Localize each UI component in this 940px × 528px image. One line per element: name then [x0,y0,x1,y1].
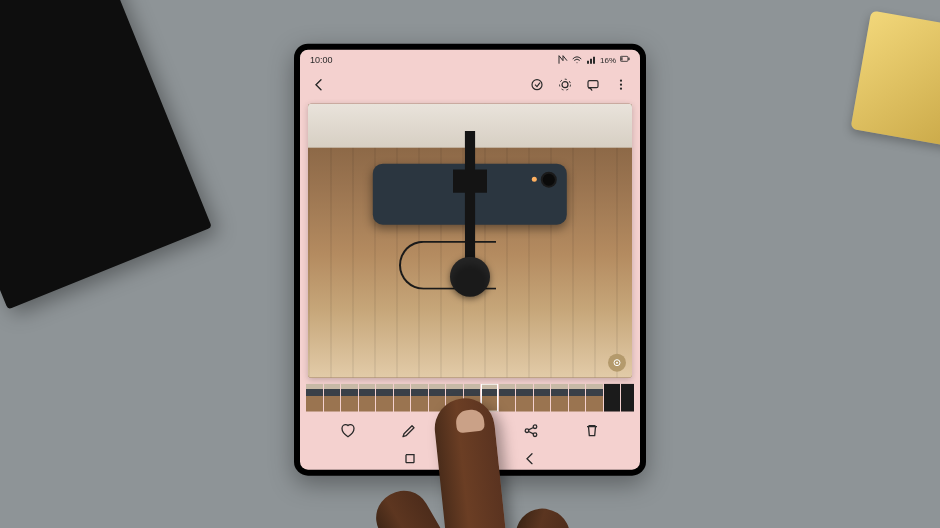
wifi-icon [572,55,582,65]
svg-point-14 [533,425,537,429]
share-button[interactable] [518,418,544,444]
delete-button[interactable] [579,418,605,444]
filmstrip-thumb[interactable] [604,384,621,412]
svg-point-11 [616,362,618,364]
svg-point-4 [562,82,568,88]
filmstrip-thumb[interactable] [464,384,481,412]
svg-point-8 [620,84,622,86]
remaster-icon[interactable] [526,74,548,96]
filmstrip-thumb[interactable] [341,384,358,412]
more-options-icon[interactable] [610,74,632,96]
details-button[interactable] [457,418,483,444]
action-bar [300,414,640,448]
filmstrip-thumb[interactable] [359,384,376,412]
filmstrip-thumb[interactable] [394,384,411,412]
svg-rect-6 [588,81,598,88]
svg-point-15 [533,433,537,437]
filmstrip-thumb[interactable] [324,384,341,412]
smart-view-icon[interactable] [582,74,604,96]
svg-point-16 [465,454,475,464]
svg-point-7 [620,80,622,82]
nfc-icon [558,55,568,65]
edit-button[interactable] [396,418,422,444]
photo-mic [450,257,490,297]
svg-point-5 [560,79,571,90]
svg-rect-1 [628,58,629,60]
filmstrip-thumb[interactable] [516,384,533,412]
tablet-device: 10:00 16% [294,44,646,476]
filmstrip-thumb[interactable] [376,384,393,412]
nav-recents-button[interactable] [402,451,418,467]
svg-rect-2 [621,57,622,60]
bixby-vision-icon[interactable] [554,74,576,96]
photo-viewport[interactable] [308,104,632,378]
bixby-badge-icon[interactable] [608,354,626,372]
svg-point-12 [474,426,476,428]
nav-home-button[interactable] [462,451,478,467]
status-right-cluster: 16% [558,55,630,65]
system-nav-bar [300,448,640,470]
product-box-prop: Galaxy Z Fold6 [0,0,212,310]
filmstrip-thumb[interactable] [306,384,323,412]
nav-back-button[interactable] [522,451,538,467]
photo-scene: Galaxy Z Fold6 10:00 16% [0,0,940,528]
yellow-prop [850,10,940,149]
filmstrip-thumb[interactable] [446,384,463,412]
signal-icon [586,55,596,65]
gallery-app-screen: 10:00 16% [300,50,640,470]
status-bar: 10:00 16% [300,50,640,70]
filmstrip-thumb[interactable] [569,384,586,412]
back-button[interactable] [308,74,330,96]
filmstrip-thumb[interactable] [481,384,498,412]
gallery-header [300,70,640,100]
filmstrip-thumb[interactable] [411,384,428,412]
status-time: 10:00 [310,55,333,65]
filmstrip[interactable] [306,384,634,412]
filmstrip-thumb[interactable] [586,384,603,412]
favorite-button[interactable] [335,418,361,444]
filmstrip-thumb[interactable] [551,384,568,412]
battery-percent: 16% [600,55,616,64]
svg-point-9 [620,88,622,90]
svg-point-3 [532,80,542,90]
filmstrip-thumb[interactable] [499,384,516,412]
filmstrip-thumb[interactable] [429,384,446,412]
filmstrip-thumb[interactable] [534,384,551,412]
svg-point-13 [525,429,529,433]
filmstrip-thumb[interactable] [621,384,634,412]
battery-icon [620,55,630,65]
